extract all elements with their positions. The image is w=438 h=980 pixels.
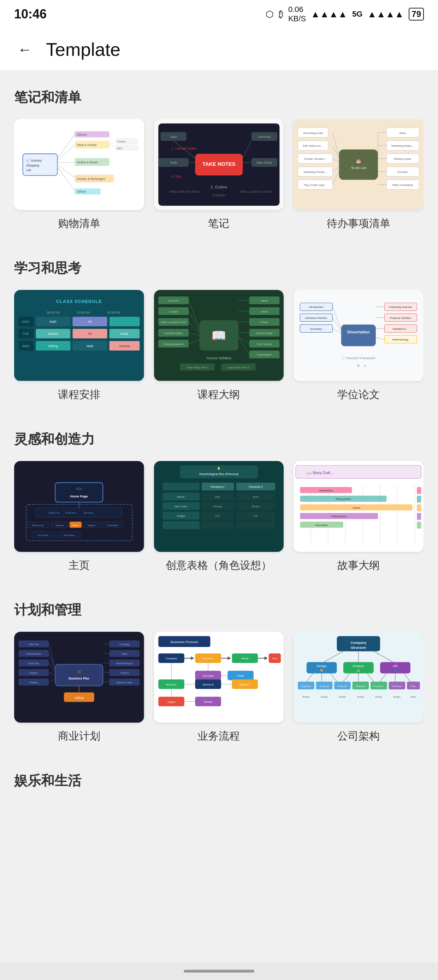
svg-text:Office: Office <box>122 652 128 655</box>
svg-text:Edit Videos Ac...: Edit Videos Ac... <box>303 144 324 148</box>
main-content: 笔记和清单 🛒 Grocery Shopping List <box>0 71 438 831</box>
svg-text:Collecting Sources: Collecting Sources <box>389 306 412 309</box>
svg-text:Empl.: Empl. <box>411 685 416 687</box>
template-card-todo-list[interactable]: 📅 To-do List Send Blog Draft Edit Videos… <box>294 119 424 210</box>
svg-text:Math: Math <box>87 344 93 348</box>
svg-text:Output: Output <box>167 700 175 703</box>
svg-text:Community: Community <box>107 523 118 526</box>
template-item-morphological[interactable]: 💡 Morphological Box (Persona) Persona 1 … <box>154 461 284 573</box>
svg-text:Office Location & Hours: Office Location & Hours <box>240 190 271 193</box>
svg-text:Budget: Budget <box>394 695 401 698</box>
bluetooth2-icon: ₿ <box>279 9 283 20</box>
network-label: 0.06KB/S <box>288 5 306 23</box>
svg-text:Home Page: Home Page <box>70 495 88 498</box>
svg-text:02:00 PM: 02:00 PM <box>107 311 121 315</box>
template-item-take-notes[interactable]: TAKE NOTES Data Summary Tools Main Point… <box>154 119 284 231</box>
svg-text:Summary: Summary <box>310 328 322 331</box>
svg-text:Dissertation: Dissertation <box>347 330 370 334</box>
back-button[interactable]: ← <box>14 39 35 60</box>
template-card-dissertation[interactable]: Dissertation Introduction Literature Rev… <box>294 290 424 381</box>
template-card-business-process[interactable]: Business Process Company Process 1 <box>154 632 284 722</box>
template-card-take-notes[interactable]: TAKE NOTES Data Summary Tools Main Point… <box>154 119 284 210</box>
svg-text:Business Plan: Business Plan <box>69 677 90 680</box>
svg-text:Height: Height <box>177 514 185 517</box>
svg-text:TAKE NOTES: TAKE NOTES <box>202 161 236 167</box>
template-item-story-outline[interactable]: 📖 Story Outl... Introduction Ris <box>294 461 424 573</box>
svg-text:Music: Music <box>121 332 129 336</box>
svg-text:Selling: Selling <box>75 696 84 700</box>
svg-text:Company: Company <box>166 657 177 660</box>
svg-text:Canary: Canary <box>213 505 222 508</box>
section-title-entertainment: 娱乐和生活 <box>14 772 424 790</box>
template-label-class-schedule: 课程安排 <box>14 388 144 402</box>
section-title-planning: 计划和管理 <box>14 601 424 619</box>
svg-text:Examples: Examples <box>212 193 226 197</box>
svg-text:Pay Credit Card...: Pay Credit Card... <box>304 183 326 187</box>
svg-text:Alan: Alan <box>215 495 221 498</box>
svg-text:Errands: Errands <box>398 170 408 173</box>
template-card-homepage[interactable]: </> Home Page About Us Products Services… <box>14 461 144 552</box>
svg-text:Desktop: Desktop <box>56 523 63 526</box>
template-item-class-schedule[interactable]: CLASS SCHEDULE 08:30 AM 10:00 AM 02:00 P… <box>14 290 144 402</box>
svg-text:Contact: Contact <box>169 310 178 313</box>
template-label-homepage: 主页 <box>14 558 144 573</box>
template-card-story-outline[interactable]: 📖 Story Outl... Introduction Ris <box>294 461 424 552</box>
section-study-and-thinking: 学习和思考 CLASS SCHEDULE 08:30 AM 10:00 AM 0… <box>0 242 438 412</box>
template-item-business-process[interactable]: Business Process Company Process 1 <box>154 632 284 743</box>
svg-text:Our Teams: Our Teams <box>38 534 48 536</box>
svg-text:Who we are: Who we are <box>32 523 44 526</box>
section-planning: 计划和管理 💼 Business Plan Task Plan F <box>0 583 438 754</box>
template-item-dissertation[interactable]: Dissertation Introduction Literature Rev… <box>294 290 424 402</box>
svg-rect-153 <box>341 325 376 346</box>
template-item-company-structure[interactable]: Company Structure Design 🎨 Finance 💰 <box>294 632 424 743</box>
template-item-todo-list[interactable]: 📅 To-do List Send Blog Draft Edit Videos… <box>294 119 424 231</box>
svg-text:CLASS SCHEDULE: CLASS SCHEDULE <box>56 299 102 304</box>
svg-text:💰: 💰 <box>357 668 361 672</box>
svg-text:Employee: Employee <box>374 685 384 687</box>
template-card-business-plan[interactable]: 💼 Business Plan Task Plan Financial Plan… <box>14 632 144 722</box>
template-card-company-structure[interactable]: Company Structure Design 🎨 Finance 💰 <box>294 632 424 722</box>
svg-text:Classes Begin: Classes Begin <box>256 332 273 335</box>
svg-text:Budget: Budget <box>303 695 310 698</box>
svg-text:Design: Design <box>317 664 327 668</box>
svg-text:Office Location & Time: Office Location & Time <box>160 321 187 324</box>
svg-rect-94 <box>110 317 140 326</box>
svg-text:🎨: 🎨 <box>320 668 324 672</box>
svg-text:Review: Review <box>204 700 213 703</box>
template-card-morphological[interactable]: 💡 Morphological Box (Persona) Persona 1 … <box>154 461 284 552</box>
template-label-company-structure: 公司架构 <box>294 729 424 743</box>
template-item-homepage[interactable]: </> Home Page About Us Products Services… <box>14 461 144 573</box>
template-card-class-schedule[interactable]: CLASS SCHEDULE 08:30 AM 10:00 AM 02:00 P… <box>14 290 144 381</box>
svg-text:👥: 👥 <box>394 668 397 672</box>
svg-text:Business Process: Business Process <box>170 640 198 644</box>
template-item-shopping-list[interactable]: 🛒 Grocery Shopping List Meat & Poultry <box>14 119 144 231</box>
svg-rect-180 <box>55 482 103 502</box>
svg-text:Email: Email <box>261 310 268 313</box>
svg-text:Falling Action: Falling Action <box>331 515 347 518</box>
svg-text:Name: Name <box>261 299 268 302</box>
svg-text:Services: Services <box>83 511 93 514</box>
svg-text:💡: 💡 <box>217 467 221 471</box>
svg-text:08:30 AM: 08:30 AM <box>47 311 59 315</box>
svg-text:Propose Solution: Propose Solution <box>390 317 411 320</box>
template-item-business-plan[interactable]: 💼 Business Plan Task Plan Financial Plan… <box>14 632 144 743</box>
template-item-course-syllabus[interactable]: 📖 Course Syllabus Instructor Contact Off… <box>154 290 284 402</box>
template-label-business-plan: 商业计划 <box>14 729 144 743</box>
template-label-dissertation: 学位论文 <box>294 388 424 402</box>
svg-text:Practice: Practice <box>29 681 38 684</box>
svg-text:Marketing Mater...: Marketing Mater... <box>391 144 414 148</box>
svg-text:Introduction: Introduction <box>309 306 324 309</box>
template-card-course-syllabus[interactable]: 📖 Course Syllabus Instructor Contact Off… <box>154 290 284 381</box>
svg-text:Name: Name <box>177 495 185 498</box>
svg-text:Result: Result <box>241 657 249 660</box>
svg-text:End: End <box>272 657 277 660</box>
svg-text:Persona 2: Persona 2 <box>249 485 262 488</box>
svg-text:Employee: Employee <box>392 685 402 687</box>
svg-text:</>: </> <box>76 487 82 492</box>
svg-text:2. Outline: 2. Outline <box>211 185 227 189</box>
template-card-shopping-list[interactable]: 🛒 Grocery Shopping List Meat & Poultry <box>14 119 144 210</box>
svg-text:Speaking Practic...: Speaking Practic... <box>303 170 327 173</box>
template-label-morphological: 创意表格（角色设想） <box>154 558 284 573</box>
svg-text:Structure: Structure <box>351 646 366 649</box>
svg-text:Brown: Brown <box>251 505 260 508</box>
